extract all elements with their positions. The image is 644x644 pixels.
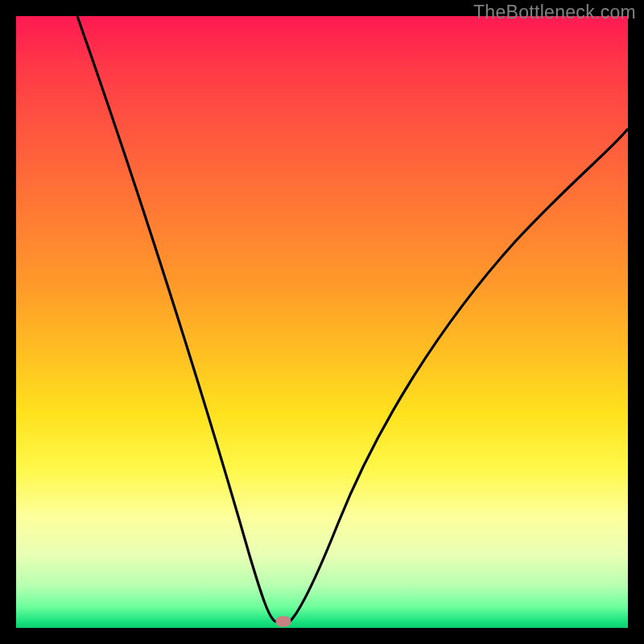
bottleneck-curve [77, 16, 628, 621]
optimal-marker [276, 617, 291, 627]
watermark-text: TheBottleneck.com [473, 2, 636, 23]
plot-area [16, 16, 628, 628]
curve-svg [16, 16, 628, 628]
chart-frame: TheBottleneck.com [0, 0, 644, 644]
